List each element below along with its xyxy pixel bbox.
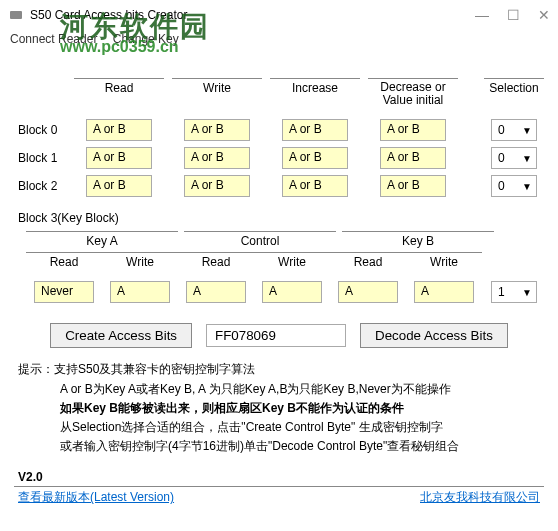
table-row: Block 1 A or B A or B A or B A or B 0▼ (14, 147, 544, 169)
latest-version-link[interactable]: 查看最新版本(Latest Version) (18, 489, 174, 506)
sub-write: Write (102, 252, 178, 273)
control-write[interactable]: A (262, 281, 322, 303)
block1-increase[interactable]: A or B (282, 147, 348, 169)
block3-title: Block 3(Key Block) (14, 211, 544, 225)
chevron-down-icon: ▼ (522, 287, 532, 298)
header-increase: Increase (270, 78, 360, 113)
svg-rect-0 (10, 11, 22, 19)
sub-read: Read (26, 252, 102, 273)
tip-line: A or B为Key A或者Key B, A 为只能Key A,B为只能Key … (18, 380, 544, 399)
window-title: S50 Card Access bits Creator (30, 8, 475, 22)
keyb-read[interactable]: A (338, 281, 398, 303)
block0-read[interactable]: A or B (86, 119, 152, 141)
tip-line-bold: 如果Key B能够被读出来，则相应扇区Key B不能作为认证的条件 (18, 399, 544, 418)
chevron-down-icon: ▼ (522, 125, 532, 136)
header-decrease: Decrease or Value initial (368, 78, 458, 113)
header-keyb: Key B (342, 231, 494, 252)
chevron-down-icon: ▼ (522, 181, 532, 192)
create-access-bits-button[interactable]: Create Access Bits (50, 323, 192, 348)
maximize-icon[interactable]: ☐ (507, 7, 520, 23)
block2-selection[interactable]: 0▼ (491, 175, 537, 197)
sub-write: Write (406, 252, 482, 273)
block1-label: Block 1 (14, 151, 74, 165)
control-read[interactable]: A (186, 281, 246, 303)
decode-access-bits-button[interactable]: Decode Access Bits (360, 323, 508, 348)
keyb-write[interactable]: A (414, 281, 474, 303)
tips-prefix: 提示： (18, 362, 54, 376)
tips-section: 提示：支持S50及其兼容卡的密钥控制字算法 A or B为Key A或者Key … (14, 360, 544, 456)
company-link[interactable]: 北京友我科技有限公司 (420, 489, 540, 506)
block1-read[interactable]: A or B (86, 147, 152, 169)
block2-read[interactable]: A or B (86, 175, 152, 197)
block1-decrease[interactable]: A or B (380, 147, 446, 169)
tip-line: 从Selection选择合适的组合，点击"Create Control Byte… (18, 418, 544, 437)
menu-change-key[interactable]: Change Key (113, 32, 179, 46)
app-icon (8, 7, 24, 23)
block1-write[interactable]: A or B (184, 147, 250, 169)
header-read: Read (74, 78, 164, 113)
sub-write: Write (254, 252, 330, 273)
header-selection: Selection (484, 78, 544, 113)
table-row: Never A A A A A 1▼ (14, 281, 544, 303)
block0-increase[interactable]: A or B (282, 119, 348, 141)
block0-selection[interactable]: 0▼ (491, 119, 537, 141)
close-icon[interactable]: ✕ (538, 7, 550, 23)
table-row: Block 2 A or B A or B A or B A or B 0▼ (14, 175, 544, 197)
keya-read[interactable]: Never (34, 281, 94, 303)
version-label: V2.0 (18, 470, 43, 484)
keya-write[interactable]: A (110, 281, 170, 303)
sub-read: Read (178, 252, 254, 273)
chevron-down-icon: ▼ (522, 153, 532, 164)
block0-decrease[interactable]: A or B (380, 119, 446, 141)
minimize-icon[interactable]: — (475, 7, 489, 23)
block2-decrease[interactable]: A or B (380, 175, 446, 197)
block2-label: Block 2 (14, 179, 74, 193)
block2-write[interactable]: A or B (184, 175, 250, 197)
sub-read: Read (330, 252, 406, 273)
table-row: Block 0 A or B A or B A or B A or B 0▼ (14, 119, 544, 141)
hex-input[interactable] (206, 324, 346, 347)
block3-selection[interactable]: 1▼ (491, 281, 537, 303)
block1-selection[interactable]: 0▼ (491, 147, 537, 169)
block0-write[interactable]: A or B (184, 119, 250, 141)
tip-line: 或者输入密钥控制字(4字节16进制)单击"Decode Control Byte… (18, 437, 544, 456)
header-write: Write (172, 78, 262, 113)
block0-label: Block 0 (14, 123, 74, 137)
header-keya: Key A (26, 231, 178, 252)
menu-connect-reader[interactable]: Connect Reader (10, 32, 97, 46)
block2-increase[interactable]: A or B (282, 175, 348, 197)
header-control: Control (184, 231, 336, 252)
